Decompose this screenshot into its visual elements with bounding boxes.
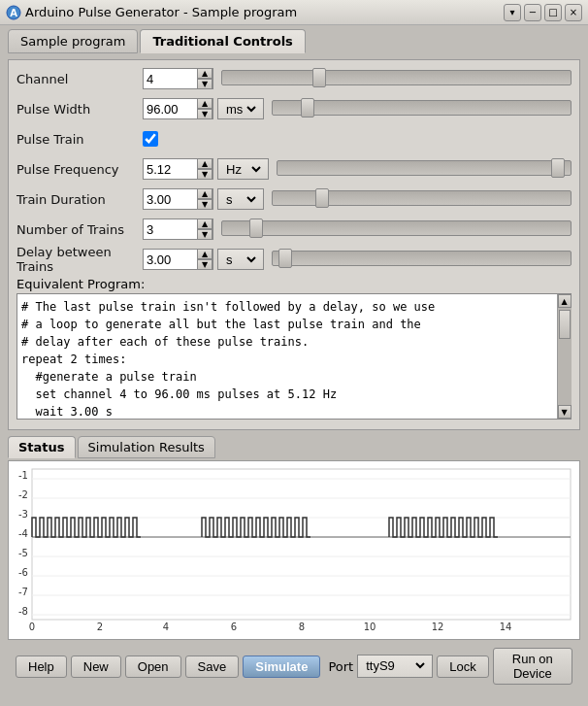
delay-between-trains-slider-container	[272, 251, 572, 269]
pulse-frequency-input[interactable]	[144, 159, 197, 179]
pulse-width-spinner[interactable]: ▲ ▼	[143, 98, 213, 119]
number-of-trains-control: ▲ ▼	[143, 219, 213, 240]
port-select[interactable]: ttyS9 ttyS0 ttyUSB0	[362, 657, 428, 674]
delay-between-trains-slider[interactable]	[272, 251, 572, 266]
channel-label: Channel	[16, 72, 143, 86]
pulse-width-down[interactable]: ▼	[197, 109, 212, 119]
svg-text:A: A	[10, 8, 17, 18]
svg-text:-4: -4	[18, 528, 28, 539]
equivalent-program-section: Equivalent Program: ▲ ▼	[16, 277, 572, 420]
train-duration-unit-select[interactable]: s ms	[217, 188, 264, 210]
train-duration-control: ▲ ▼ s ms	[143, 188, 264, 210]
equivalent-program-text[interactable]	[17, 294, 557, 419]
close-button[interactable]: ×	[565, 4, 582, 21]
pulse-width-input[interactable]	[144, 99, 197, 118]
controls-panel: Channel ▲ ▼ Pulse Width	[8, 59, 580, 430]
pulse-width-spin-buttons: ▲ ▼	[197, 98, 212, 119]
tab-simulation-results[interactable]: Simulation Results	[78, 436, 215, 458]
pulse-train-checkbox[interactable]	[143, 131, 158, 147]
tab-status[interactable]: Status	[8, 436, 76, 458]
channel-spinner[interactable]: ▲ ▼	[143, 68, 213, 89]
open-button[interactable]: Open	[125, 656, 181, 678]
equivalent-program-label: Equivalent Program:	[16, 277, 572, 291]
number-of-trains-row: Number of Trains ▲ ▼	[16, 217, 572, 242]
delay-between-trains-spinner[interactable]: ▲ ▼	[143, 249, 213, 270]
channel-input[interactable]	[144, 69, 197, 88]
tabs: Sample program Traditional Controls	[8, 29, 580, 53]
chart-svg: -1 -2 -3 -4 -5 -6 -7 -8	[13, 465, 575, 635]
scroll-up-button[interactable]: ▲	[558, 294, 572, 308]
pulse-frequency-down[interactable]: ▼	[197, 169, 212, 180]
train-duration-slider[interactable]	[272, 190, 572, 206]
train-duration-row: Train Duration ▲ ▼ s ms	[16, 186, 572, 212]
save-button[interactable]: Save	[185, 656, 240, 678]
pulse-width-up[interactable]: ▲	[197, 98, 212, 109]
title-bar-left: A Arduino Pulse Generator - Sample progr…	[6, 5, 297, 20]
svg-text:-6: -6	[18, 567, 28, 578]
pulse-frequency-spinner[interactable]: ▲ ▼	[143, 158, 213, 180]
pulse-train-row: Pulse Train	[16, 126, 572, 151]
number-of-trains-input[interactable]	[144, 219, 197, 239]
number-of-trains-label: Number of Trains	[16, 222, 143, 237]
svg-text:2: 2	[97, 622, 103, 632]
tab-sample-program[interactable]: Sample program	[8, 29, 138, 53]
maximize-button[interactable]: □	[544, 4, 562, 21]
pulse-frequency-control: ▲ ▼ Hz kHz	[143, 158, 269, 180]
new-button[interactable]: New	[71, 656, 121, 678]
pulse-width-slider[interactable]	[272, 100, 572, 116]
train-duration-unit[interactable]: s ms	[222, 189, 259, 209]
delay-between-trains-row: Delay between Trains ▲ ▼ s ms	[16, 247, 572, 272]
train-duration-up[interactable]: ▲	[197, 188, 212, 199]
train-duration-spin-buttons: ▲ ▼	[197, 188, 212, 210]
title-bar: A Arduino Pulse Generator - Sample progr…	[0, 0, 588, 25]
delay-between-trains-up[interactable]: ▲	[197, 249, 212, 259]
svg-text:-7: -7	[18, 587, 28, 597]
number-of-trains-slider[interactable]	[221, 220, 572, 236]
pulse-width-unit-select[interactable]: ms us s	[217, 98, 264, 119]
lock-button[interactable]: Lock	[437, 656, 488, 678]
minimize-button[interactable]: −	[524, 4, 541, 21]
train-duration-spinner[interactable]: ▲ ▼	[143, 188, 213, 210]
pulse-width-slider-container	[272, 100, 572, 118]
number-of-trains-spinner[interactable]: ▲ ▼	[143, 219, 213, 240]
pulse-width-unit[interactable]: ms us s	[222, 99, 259, 118]
number-of-trains-slider-container	[221, 220, 572, 239]
pulse-frequency-up[interactable]: ▲	[197, 158, 212, 169]
run-on-device-button[interactable]: Run on Device	[493, 648, 572, 685]
channel-slider[interactable]	[221, 70, 572, 85]
simulate-button[interactable]: Simulate	[243, 656, 320, 678]
menu-button[interactable]: ▾	[504, 4, 521, 21]
pulse-width-control: ▲ ▼ ms us s	[143, 98, 264, 119]
pulse-frequency-spin-buttons: ▲ ▼	[197, 158, 212, 180]
channel-slider-container	[221, 70, 572, 88]
svg-text:0: 0	[29, 622, 35, 632]
number-of-trains-up[interactable]: ▲	[197, 219, 212, 229]
scrollbar[interactable]: ▲ ▼	[557, 294, 571, 419]
port-select-wrapper[interactable]: ttyS9 ttyS0 ttyUSB0	[357, 655, 433, 678]
pulse-frequency-unit-select[interactable]: Hz kHz	[217, 158, 269, 180]
app-icon: A	[6, 5, 21, 20]
delay-between-trains-input[interactable]	[144, 250, 197, 269]
channel-control: ▲ ▼	[143, 68, 213, 89]
svg-text:12: 12	[432, 622, 444, 632]
delay-between-trains-unit-select[interactable]: s ms	[217, 249, 264, 270]
delay-between-trains-down[interactable]: ▼	[197, 259, 212, 270]
scroll-down-button[interactable]: ▼	[558, 405, 572, 419]
title-text: Arduino Pulse Generator - Sample program	[25, 5, 297, 19]
channel-up[interactable]: ▲	[197, 68, 212, 79]
train-duration-down[interactable]: ▼	[197, 199, 212, 210]
help-button[interactable]: Help	[16, 656, 67, 678]
bottom-tabs: Status Simulation Results	[8, 436, 580, 458]
tab-traditional-controls[interactable]: Traditional Controls	[140, 29, 305, 53]
number-of-trains-down[interactable]: ▼	[197, 229, 212, 240]
pulse-frequency-unit[interactable]: Hz kHz	[222, 159, 264, 179]
pulse-width-row: Pulse Width ▲ ▼ ms us s	[16, 96, 572, 121]
pulse-frequency-label: Pulse Frequency	[16, 162, 143, 177]
scroll-track[interactable]	[558, 308, 572, 405]
delay-between-trains-unit[interactable]: s ms	[222, 250, 259, 269]
channel-down[interactable]: ▼	[197, 79, 212, 89]
scroll-thumb[interactable]	[559, 310, 571, 339]
train-duration-input[interactable]	[144, 189, 197, 209]
bottom-bar: Help New Open Save Simulate Port ttyS9 t…	[8, 644, 580, 689]
pulse-frequency-slider[interactable]	[277, 160, 572, 176]
